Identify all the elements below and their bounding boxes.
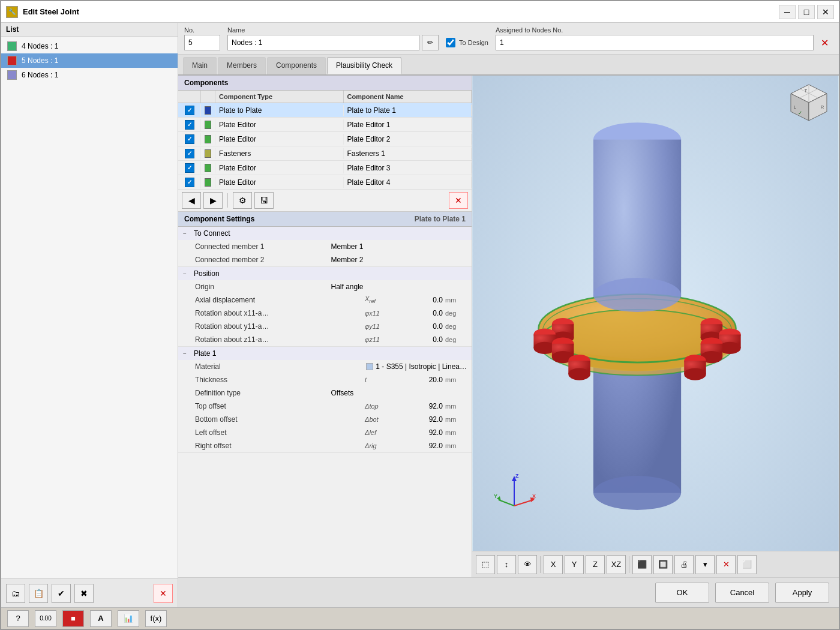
position-header[interactable]: − Position [178,267,472,280]
comp-type: Plate to Plate [215,105,344,116]
add-component-button[interactable]: ⚙ [233,192,252,209]
uncheck-all-button[interactable]: ✖ [74,584,94,603]
to-connect-section: − To Connect Connected member 1 Member 1… [178,227,472,267]
list-item[interactable]: 6 Nodes : 1 [1,68,178,82]
list-item-label: 5 Nodes : 1 [22,56,58,65]
units-display[interactable]: 0.00 [35,610,56,627]
font-button[interactable]: A [90,610,112,627]
comp-color [201,177,215,188]
list-item-selected[interactable]: 5 Nodes : 1 [1,53,178,68]
to-connect-header[interactable]: − To Connect [178,227,472,240]
to-connect-label: To Connect [194,229,230,238]
axial-disp-value: 0.0 [395,296,443,304]
delete-joint-button[interactable]: ✕ [154,584,173,603]
minimize-button[interactable]: ─ [779,5,796,19]
left-offset-unit: mm [443,429,467,436]
move-down-button[interactable]: ▶ [203,192,223,209]
svg-line-54 [499,500,514,506]
new-joint-button[interactable]: 🗂 [6,584,25,603]
cancel-button[interactable]: Cancel [715,583,769,603]
function-button[interactable]: f(x) [145,610,167,627]
assigned-label: Assigned to Nodes No. [496,26,833,34]
vp-cube-button[interactable]: 🔲 [653,555,673,574]
rotation-x11-symbol: φx11 [365,310,395,317]
vp-expand-button[interactable]: ⬜ [737,555,757,574]
component-row[interactable]: Plate Editor Plate Editor 4 [178,175,472,190]
origin-row: Origin Half angle [178,280,472,293]
comp-check[interactable] [178,162,201,174]
settings-header: Component Settings Plate to Plate 1 [178,212,472,227]
comp-color [201,105,215,116]
comp-type: Plate Editor [215,177,344,188]
name-field-group: Name ✏ [227,26,439,50]
component-row[interactable]: Plate to Plate Plate to Plate 1 [178,103,472,118]
vp-rotate-xz-button[interactable]: XZ [607,555,626,574]
thickness-unit: mm [443,376,467,383]
tab-plausibility-check[interactable]: Plausibility Check [327,57,401,74]
vp-eye-button[interactable]: 👁 [518,555,537,574]
vp-print-button[interactable]: 🖨 [674,555,694,574]
tab-main[interactable]: Main [183,57,217,74]
clear-assigned-button[interactable]: ✕ [816,35,833,50]
comp-color [201,119,215,130]
vp-dropdown-button[interactable]: ▾ [695,555,715,574]
ok-button[interactable]: OK [655,583,709,603]
bottom-offset-value: 92.0 [395,415,443,424]
status-indicator[interactable]: ■ [62,610,84,627]
toolbar-separator [227,193,228,208]
copy-joint-button[interactable]: 📋 [29,584,48,603]
origin-value: Half angle [331,283,467,291]
component-row[interactable]: Plate Editor Plate Editor 2 [178,132,472,146]
assigned-input[interactable] [496,35,814,50]
chart-button[interactable]: 📊 [118,610,139,627]
rotation-y11-symbol: φy11 [365,323,395,330]
delete-component-button[interactable]: ✕ [449,192,468,209]
svg-point-34 [684,368,706,380]
help-button[interactable]: ? [7,610,29,627]
vp-rotate-z-button[interactable]: Z [586,555,605,574]
component-row[interactable]: Plate Editor Plate Editor 1 [178,118,472,132]
top-offset-symbol: Δtop [365,403,395,410]
tab-components[interactable]: Components [267,57,326,74]
list-item-label: 4 Nodes : 1 [22,42,58,50]
vp-rotate-x-button[interactable]: X [544,555,563,574]
orientation-cube[interactable]: ✓ T L R [785,82,833,130]
check-all-button[interactable]: ✔ [52,584,71,603]
maximize-button[interactable]: □ [798,5,815,19]
comp-check[interactable] [178,104,201,116]
axial-disp-row: Axial displacement Xref 0.0 mm [178,293,472,307]
close-button[interactable]: ✕ [817,5,834,19]
col-color-header [201,91,215,103]
plate1-header[interactable]: − Plate 1 [178,347,472,360]
comp-check[interactable] [178,119,201,131]
to-design-checkbox[interactable] [446,38,455,47]
move-up-button[interactable]: ◀ [182,192,201,209]
member2-value: Member 2 [331,256,467,264]
vp-rotate-y-button[interactable]: Y [565,555,584,574]
vp-layer-button[interactable]: ⬛ [632,555,652,574]
origin-label: Origin [195,283,331,291]
material-value-btn[interactable]: 1 - S355 | Isotropic | Linea… [366,362,467,371]
comp-check[interactable] [178,148,201,160]
comp-check[interactable] [178,133,201,145]
name-input[interactable] [227,35,419,50]
component-row[interactable]: Fasteners Fasteners 1 [178,146,472,161]
edit-name-button[interactable]: ✏ [422,35,439,50]
save-component-button[interactable]: 🖫 [254,192,274,209]
apply-button[interactable]: Apply [775,583,829,603]
components-toolbar: ◀ ▶ ⚙ 🖫 ✕ [178,190,472,212]
list-item[interactable]: 4 Nodes : 1 [1,39,178,53]
3d-scene[interactable]: ✓ T L R [472,76,839,551]
vp-move-button[interactable]: ↕ [497,555,516,574]
vp-close-highlight-button[interactable]: ✕ [716,555,736,574]
checkbox-checked [185,106,194,115]
vp-select-button[interactable]: ⬚ [476,555,495,574]
tab-members[interactable]: Members [218,57,266,74]
3d-viewport[interactable]: ✓ T L R [472,76,839,577]
no-input[interactable] [184,35,220,50]
to-design-label: To Design [459,39,488,46]
comp-check[interactable] [178,176,201,188]
component-row[interactable]: Plate Editor Plate Editor 3 [178,161,472,175]
member1-label: Connected member 1 [195,242,331,251]
left-offset-symbol: Δlef [365,429,395,436]
